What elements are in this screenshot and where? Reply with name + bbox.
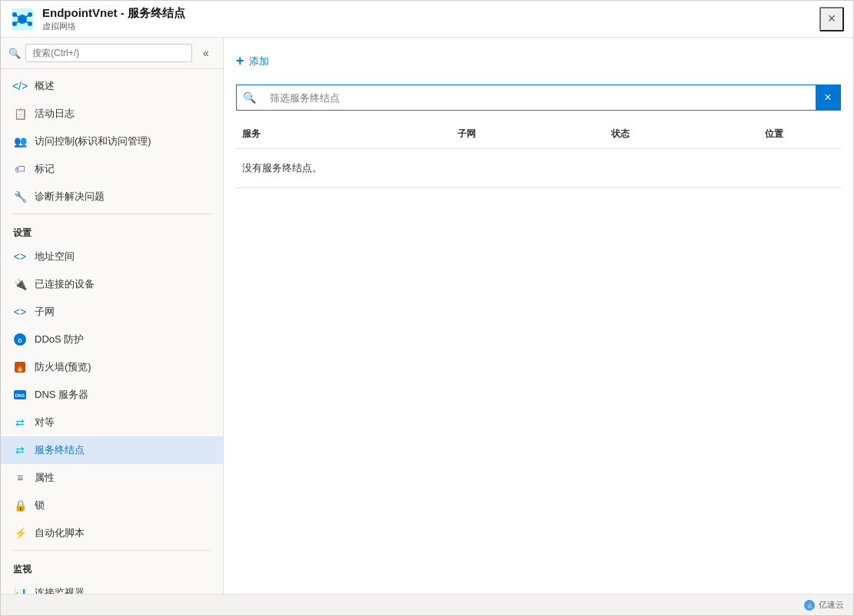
sidebar-item-label: 地址空间 — [35, 250, 75, 263]
subnet-icon: <> — [13, 305, 27, 319]
col-header-subnet: 子网 — [451, 124, 605, 144]
nav-divider — [13, 214, 211, 214]
plus-icon: + — [236, 53, 244, 69]
address-icon: <> — [13, 250, 27, 263]
sidebar-item-automation[interactable]: ⚡ 自动化脚本 — [1, 519, 223, 547]
sidebar-item-label: 标记 — [35, 162, 55, 176]
sidebar-item-label: DNS 服务器 — [35, 388, 88, 402]
title-bar-text: EndpointVnet - 服务终结点 虚拟网络 — [42, 6, 819, 32]
sidebar-item-tags[interactable]: 🏷 标记 — [1, 155, 223, 183]
sidebar-item-label: 对等 — [35, 416, 55, 429]
main-panel: + 添加 🔍 × 服务 子网 状态 位置 没有服务终结点。 — [224, 38, 853, 594]
close-button[interactable]: × — [819, 7, 844, 31]
app-logo — [10, 7, 35, 31]
svg-text:云: 云 — [807, 603, 812, 608]
sidebar-item-serviceendpoints[interactable]: ⇄ 服务终结点 — [1, 436, 223, 464]
devices-icon: 🔌 — [13, 277, 27, 291]
sidebar-nav: </> 概述 📋 活动日志 👥 访问控制(标识和访问管理) 🏷 标记 🔧 — [1, 69, 223, 594]
title-bar: EndpointVnet - 服务终结点 虚拟网络 × — [1, 1, 853, 38]
bottom-logo-text: 亿速云 — [819, 599, 844, 611]
sidebar-item-addressspace[interactable]: <> 地址空间 — [1, 243, 223, 270]
sidebar-item-properties[interactable]: ≡ 属性 — [1, 464, 223, 492]
ddos-icon: D — [13, 333, 27, 346]
tag-icon: 🏷 — [13, 162, 27, 176]
col-header-location: 位置 — [759, 124, 853, 144]
add-button[interactable]: + 添加 — [236, 50, 269, 72]
sidebar-item-label: 子网 — [35, 305, 55, 319]
bottom-logo: 云 亿速云 — [803, 599, 844, 611]
sidebar-item-subnet[interactable]: <> 子网 — [1, 298, 223, 326]
bottom-logo-icon: 云 — [803, 599, 816, 611]
sidebar-item-dns[interactable]: DNS DNS 服务器 — [1, 381, 223, 409]
settings-section-label: 设置 — [1, 217, 223, 243]
automation-icon: ⚡ — [13, 526, 27, 540]
sidebar-item-lock[interactable]: 🔒 锁 — [1, 492, 223, 519]
col-header-status: 状态 — [605, 124, 759, 144]
sidebar-item-label: 活动日志 — [35, 107, 75, 121]
content-area: 🔍 « </> 概述 📋 活动日志 👥 访问控制(标识和访问管理) — [1, 38, 853, 594]
sidebar-item-firewall[interactable]: 🔥 防火墙(预览) — [1, 353, 223, 381]
page-subtitle: 虚拟网络 — [42, 21, 819, 32]
collapse-button[interactable]: « — [197, 44, 215, 62]
people-icon: 👥 — [13, 134, 27, 148]
monitor-divider — [13, 550, 211, 551]
sidebar-item-label: 连接监视器 — [35, 586, 85, 594]
sidebar-item-overview[interactable]: </> 概述 — [1, 72, 223, 100]
sidebar-item-label: 已连接的设备 — [35, 277, 95, 291]
sidebar-item-label: 锁 — [35, 498, 45, 512]
properties-icon: ≡ — [13, 471, 27, 485]
table-header: 服务 子网 状态 位置 — [236, 120, 841, 149]
sidebar-item-diagnose[interactable]: 🔧 诊断并解决问题 — [1, 183, 223, 210]
sidebar-item-label: 诊断并解决问题 — [35, 190, 105, 204]
toolbar: + 添加 — [236, 50, 841, 72]
sidebar-item-connmonitor[interactable]: 📊 连接监视器 — [1, 579, 223, 594]
monitor-section-label: 监视 — [1, 554, 223, 579]
main-window: EndpointVnet - 服务终结点 虚拟网络 × 🔍 « </> 概述 📋 — [0, 0, 854, 616]
sidebar-item-ddos[interactable]: D DDoS 防护 — [1, 326, 223, 353]
bottom-bar: 云 亿速云 — [1, 594, 853, 615]
svg-text:DNS: DNS — [15, 393, 25, 398]
sidebar-item-label: 概述 — [35, 79, 55, 93]
dns-icon: DNS — [13, 388, 27, 402]
sidebar-search-bar: 🔍 « — [1, 38, 223, 69]
filter-bar: 🔍 × — [236, 84, 841, 111]
sidebar: 🔍 « </> 概述 📋 活动日志 👥 访问控制(标识和访问管理) — [1, 38, 224, 594]
sidebar-item-label: 自动化脚本 — [35, 526, 85, 540]
sidebar-item-label: DDoS 防护 — [35, 333, 84, 346]
firewall-icon: 🔥 — [13, 360, 27, 374]
log-icon: 📋 — [13, 107, 27, 121]
page-title: EndpointVnet - 服务终结点 — [42, 6, 819, 21]
sidebar-item-label: 属性 — [35, 471, 55, 485]
table-empty-message: 没有服务终结点。 — [236, 149, 841, 188]
filter-search-icon: 🔍 — [237, 91, 262, 104]
filter-clear-button[interactable]: × — [816, 85, 840, 110]
col-header-service: 服务 — [236, 124, 451, 144]
search-icon: 🔍 — [8, 48, 21, 59]
filter-input[interactable] — [262, 88, 816, 108]
endpoint-icon: ⇄ — [13, 443, 27, 457]
sidebar-item-connecteddevices[interactable]: 🔌 已连接的设备 — [1, 270, 223, 298]
svg-text:🔥: 🔥 — [16, 364, 24, 372]
add-button-label: 添加 — [249, 55, 269, 68]
sidebar-item-peering[interactable]: ⇄ 对等 — [1, 409, 223, 436]
sidebar-search-input[interactable] — [25, 44, 192, 62]
sidebar-item-label: 防火墙(预览) — [35, 360, 91, 374]
monitor-icon: 📊 — [13, 586, 27, 594]
lock-icon: 🔒 — [13, 498, 27, 512]
sidebar-item-label: 访问控制(标识和访问管理) — [35, 134, 151, 148]
peering-icon: ⇄ — [13, 416, 27, 429]
sidebar-item-activitylog[interactable]: 📋 活动日志 — [1, 100, 223, 128]
sidebar-item-label: 服务终结点 — [35, 443, 85, 457]
sidebar-item-iam[interactable]: 👥 访问控制(标识和访问管理) — [1, 128, 223, 155]
code-icon: </> — [13, 79, 27, 93]
wrench-icon: 🔧 — [13, 190, 27, 204]
svg-text:D: D — [18, 338, 22, 343]
